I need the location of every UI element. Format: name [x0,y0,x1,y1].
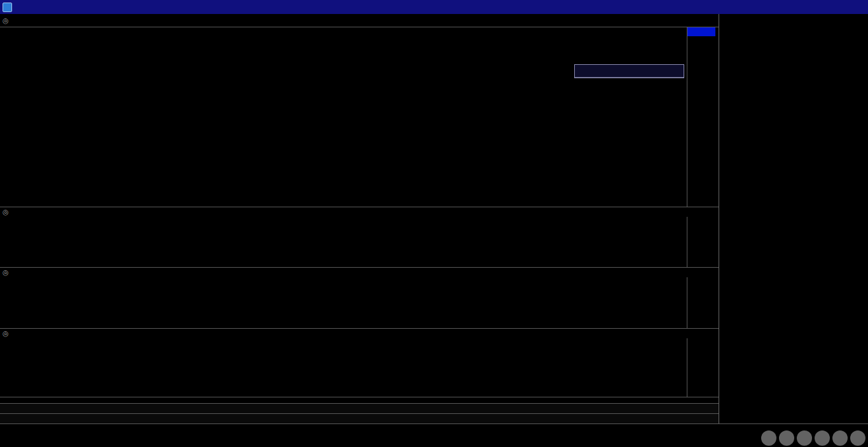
floating-widgets [759,430,865,446]
vr-header: ◎ [0,328,719,338]
kline-info-tooltip [574,64,684,78]
period-menu [0,3,853,12]
date-axis [0,397,719,403]
floating-widget [832,430,848,446]
indicator-tabbar [0,403,719,413]
floating-widget [779,430,794,446]
collapse-icon[interactable]: ◎ [3,268,9,277]
macd-header: ◎ [0,267,719,277]
floating-widget [797,430,812,446]
volume-chart[interactable] [0,217,687,267]
app-logo-icon[interactable] [3,3,12,12]
macd-axis [687,277,719,328]
floating-widget [815,430,830,446]
collapse-icon[interactable]: ◎ [3,329,9,338]
volume-header: ◎ [0,207,719,217]
tdx-trading-app: { "menubar": { "app_icon": "⊞", "left_it… [0,0,868,447]
vr-chart[interactable] [0,338,687,397]
chart-column: ◎ ◎ ◎ ◎ [0,14,719,423]
candlestick-panel [0,27,719,207]
vr-axis [687,338,719,397]
chart-titlebar: ◎ [0,14,719,27]
volume-axis [687,217,719,267]
price-axis [687,27,719,207]
collapse-icon[interactable]: ◎ [3,17,9,25]
status-bar [0,423,868,447]
current-price-tag [687,27,715,36]
collapse-icon[interactable]: ◎ [3,208,9,216]
candlestick-chart[interactable] [0,27,687,207]
top-menubar [0,0,868,14]
vr-panel [0,338,719,397]
floating-widget [850,430,865,446]
current-stock-header [859,3,863,12]
macd-panel [0,277,719,328]
floating-widget [761,430,776,446]
tooltip-titlebar [575,65,684,78]
volume-panel [0,217,719,267]
quote-panel [719,14,868,423]
macd-chart[interactable] [0,277,687,328]
extension-tabbar [0,413,719,423]
